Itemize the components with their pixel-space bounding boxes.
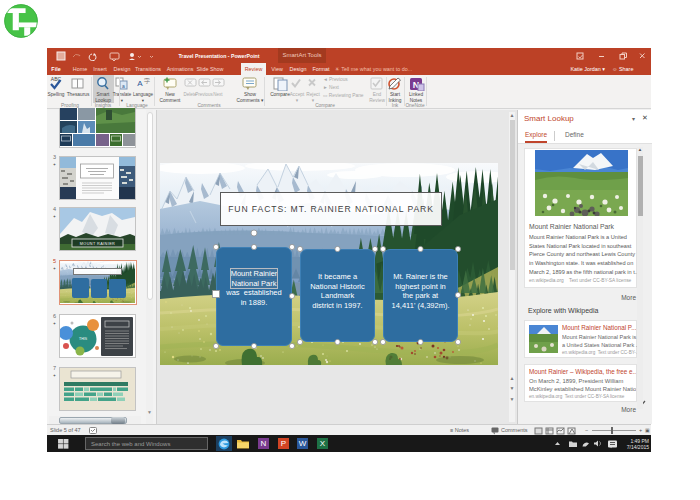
svg-text:MOUNT RAINIER: MOUNT RAINIER bbox=[80, 242, 116, 246]
svg-text:7/14/2015: 7/14/2015 bbox=[627, 444, 649, 450]
svg-text:字: 字 bbox=[144, 77, 150, 84]
svg-text:THIS: THIS bbox=[79, 337, 88, 341]
svg-text:a: a bbox=[122, 83, 125, 89]
svg-text:A: A bbox=[137, 79, 143, 88]
